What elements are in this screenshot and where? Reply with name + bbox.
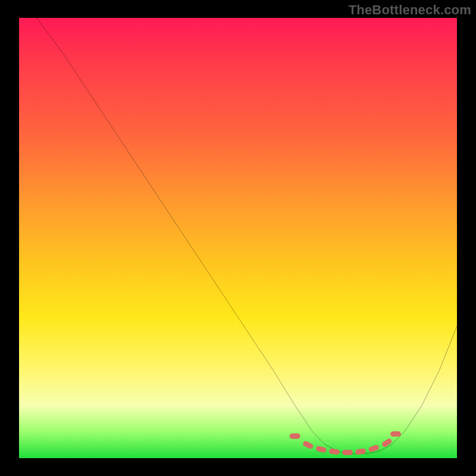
curve-layer — [19, 18, 457, 458]
chart-frame: TheBottleneck.com — [0, 0, 476, 476]
plot-area — [19, 18, 457, 458]
optimal-marker — [329, 448, 340, 455]
optimal-marker — [342, 450, 353, 455]
optimal-marker — [390, 431, 401, 437]
optimal-marker — [315, 446, 327, 453]
optimal-marker — [381, 438, 393, 448]
optimal-marker — [290, 434, 300, 439]
optimal-marker — [302, 440, 314, 450]
optimal-marker — [368, 444, 380, 453]
watermark-text: TheBottleneck.com — [349, 2, 471, 18]
optimal-zone-markers — [290, 431, 401, 455]
optimal-marker — [355, 448, 367, 455]
bottleneck-curve — [36, 18, 457, 454]
